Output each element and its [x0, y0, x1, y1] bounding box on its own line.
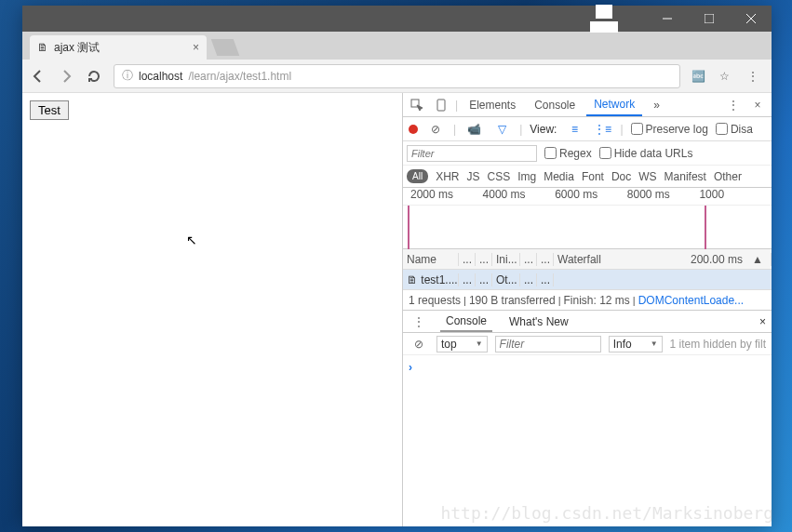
type-font[interactable]: Font [582, 170, 604, 183]
type-all[interactable]: All [407, 169, 428, 183]
console-prompt: › [409, 361, 412, 374]
drawer-tabs: ⋮ Console What's New × [403, 311, 772, 333]
timeline-bar [705, 206, 706, 249]
hidden-count: 1 item hidden by filt [670, 338, 766, 351]
close-button[interactable] [730, 6, 772, 32]
status-finish: Finish: 12 ms [563, 294, 629, 307]
timeline-bar [408, 206, 409, 249]
tab-close-icon[interactable]: × [193, 41, 199, 54]
console-filter-input[interactable] [495, 336, 601, 352]
filter-icon[interactable]: ▽ [491, 119, 512, 140]
file-icon: 🗎 [37, 41, 48, 54]
forward-button[interactable] [58, 68, 74, 85]
type-other[interactable]: Other [714, 170, 742, 183]
chrome-window: 🗎 ajax 测试 × ⓘ localhost/learn/ajax/test1… [22, 6, 772, 526]
view-large-icon[interactable]: ≡ [564, 119, 584, 140]
col-status[interactable]: ... [459, 253, 476, 266]
record-button[interactable] [409, 125, 418, 134]
devtools-header: | Elements Console Network » ⋮ × [403, 93, 772, 117]
page-content: Test ↖ [22, 93, 402, 526]
console-toolbar: ⊘ top Info 1 item hidden by filt [403, 333, 772, 355]
camera-icon[interactable]: 📹 [463, 119, 484, 140]
col-name[interactable]: Name [403, 253, 459, 266]
network-status-bar: 1 requests | 190 B transferred | Finish:… [403, 290, 772, 311]
status-requests: 1 requests [409, 294, 461, 307]
cursor-icon: ↖ [186, 233, 197, 247]
type-img[interactable]: Img [517, 170, 536, 183]
bookmark-icon[interactable]: ☆ [719, 70, 736, 83]
col-waterfall[interactable]: Waterfall200.00 ms▲ [554, 253, 772, 266]
url-host: localhost [139, 70, 182, 83]
user-icon[interactable] [590, 6, 618, 32]
tl-mark: 2000 ms [410, 188, 483, 205]
request-name: 🗎 test1.... [403, 273, 459, 286]
maximize-button[interactable] [688, 6, 730, 32]
tl-mark: 1000 [699, 188, 772, 205]
tl-mark: 4000 ms [483, 188, 556, 205]
col-type[interactable]: ... [476, 253, 492, 266]
view-label: View: [530, 123, 557, 136]
svg-rect-0 [596, 5, 612, 19]
clear-icon[interactable]: ⊘ [425, 119, 446, 140]
toolbar: ⓘ localhost/learn/ajax/test1.html 🔤 ☆ ⋮ [22, 60, 772, 93]
col-time[interactable]: ... [537, 253, 554, 266]
devtools-panel: | Elements Console Network » ⋮ × ⊘ | 📹 ▽… [402, 93, 772, 526]
devtools-menu-icon[interactable]: ⋮ [723, 95, 744, 115]
status-transferred: 190 B transferred [469, 294, 556, 307]
new-tab-button[interactable] [211, 39, 240, 56]
tab-more[interactable]: » [646, 95, 667, 115]
devtools-close-icon[interactable]: × [747, 95, 768, 115]
reload-button[interactable] [86, 68, 102, 85]
col-initiator[interactable]: Ini... [492, 253, 520, 266]
tab-console[interactable]: Console [527, 95, 583, 115]
back-button[interactable] [30, 68, 47, 85]
translate-icon[interactable]: 🔤 [691, 70, 708, 83]
drawer-close-icon[interactable]: × [759, 315, 766, 328]
device-icon[interactable] [431, 95, 451, 115]
col-size[interactable]: ... [520, 253, 537, 266]
hide-data-urls-checkbox[interactable]: Hide data URLs [599, 147, 693, 160]
menu-icon[interactable]: ⋮ [747, 70, 764, 83]
type-filter-row: All XHR JS CSS Img Media Font Doc WS Man… [403, 166, 772, 188]
network-toolbar: ⊘ | 📹 ▽ | View: ≡ ⋮≡ | Preserve log Disa [403, 117, 772, 141]
type-media[interactable]: Media [544, 170, 574, 183]
context-select[interactable]: top [436, 336, 488, 352]
test-button[interactable]: Test [30, 100, 69, 120]
svg-rect-1 [590, 21, 618, 33]
tl-mark: 8000 ms [627, 188, 700, 205]
type-xhr[interactable]: XHR [436, 170, 459, 183]
type-js[interactable]: JS [466, 170, 479, 183]
window-titlebar [22, 6, 772, 32]
type-doc[interactable]: Doc [611, 170, 631, 183]
level-select[interactable]: Info [609, 336, 663, 352]
address-bar[interactable]: ⓘ localhost/learn/ajax/test1.html [114, 64, 680, 88]
console-clear-icon[interactable]: ⊘ [409, 334, 429, 354]
request-row[interactable]: 🗎 test1.... ...... Ot... ...... [403, 270, 772, 290]
preserve-log-checkbox[interactable]: Preserve log [631, 123, 708, 136]
timeline-overview[interactable]: 2000 ms 4000 ms 6000 ms 8000 ms 1000 [403, 188, 772, 249]
drawer-tab-whatsnew[interactable]: What's New [503, 313, 574, 331]
tl-mark: 6000 ms [555, 188, 627, 205]
drawer-menu-icon[interactable]: ⋮ [409, 312, 429, 332]
type-manifest[interactable]: Manifest [664, 170, 706, 183]
tab-strip: 🗎 ajax 测试 × [22, 32, 772, 60]
type-css[interactable]: CSS [487, 170, 510, 183]
svg-rect-3 [705, 14, 714, 23]
tab-network[interactable]: Network [586, 94, 642, 116]
status-dcl: DOMContentLoade... [638, 294, 744, 307]
minimize-button[interactable] [646, 6, 688, 32]
filter-row: Regex Hide data URLs [403, 141, 772, 166]
console-body[interactable]: › [403, 355, 772, 526]
tab-elements[interactable]: Elements [462, 95, 523, 115]
filter-input[interactable] [407, 145, 537, 162]
drawer-tab-console[interactable]: Console [440, 312, 492, 332]
regex-checkbox[interactable]: Regex [544, 147, 592, 160]
browser-tab[interactable]: 🗎 ajax 测试 × [30, 35, 207, 60]
url-path: /learn/ajax/test1.html [188, 70, 291, 83]
info-icon[interactable]: ⓘ [122, 68, 133, 84]
inspect-icon[interactable] [407, 95, 427, 115]
tab-title: ajax 测试 [54, 40, 100, 56]
view-waterfall-icon[interactable]: ⋮≡ [592, 119, 612, 140]
type-ws[interactable]: WS [638, 170, 656, 183]
disable-cache-checkbox[interactable]: Disa [716, 123, 753, 136]
